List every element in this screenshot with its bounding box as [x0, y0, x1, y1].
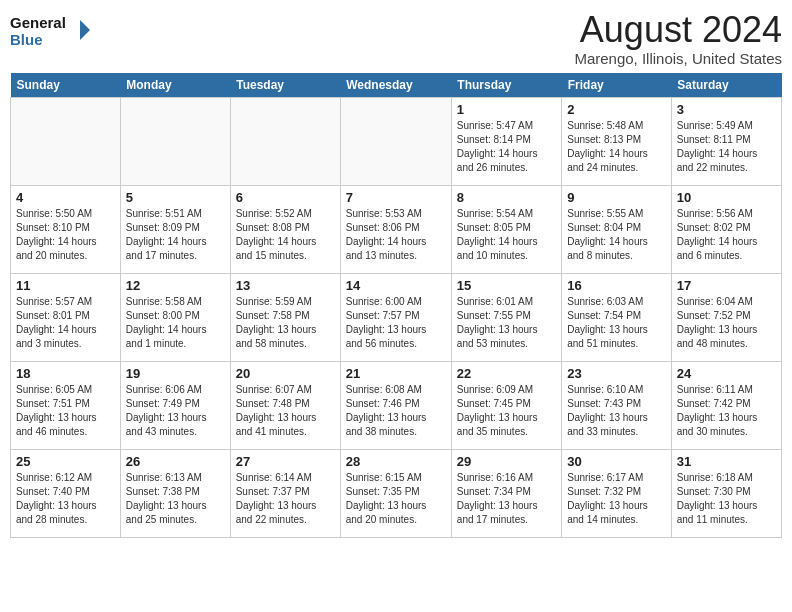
day-number: 14: [346, 278, 446, 293]
day-number: 4: [16, 190, 115, 205]
day-info: Sunrise: 5:56 AMSunset: 8:02 PMDaylight:…: [677, 207, 776, 263]
day-info: Sunrise: 6:05 AMSunset: 7:51 PMDaylight:…: [16, 383, 115, 439]
week-row: 11Sunrise: 5:57 AMSunset: 8:01 PMDayligh…: [11, 273, 782, 361]
day-number: 3: [677, 102, 776, 117]
day-info: Sunrise: 5:50 AMSunset: 8:10 PMDaylight:…: [16, 207, 115, 263]
weekday-header: Tuesday: [230, 73, 340, 98]
week-row: 18Sunrise: 6:05 AMSunset: 7:51 PMDayligh…: [11, 361, 782, 449]
day-number: 1: [457, 102, 556, 117]
calendar-cell: 4Sunrise: 5:50 AMSunset: 8:10 PMDaylight…: [11, 185, 121, 273]
day-info: Sunrise: 6:09 AMSunset: 7:45 PMDaylight:…: [457, 383, 556, 439]
calendar-cell: 3Sunrise: 5:49 AMSunset: 8:11 PMDaylight…: [671, 97, 781, 185]
day-info: Sunrise: 5:49 AMSunset: 8:11 PMDaylight:…: [677, 119, 776, 175]
calendar-cell: [11, 97, 121, 185]
day-info: Sunrise: 6:15 AMSunset: 7:35 PMDaylight:…: [346, 471, 446, 527]
week-row: 4Sunrise: 5:50 AMSunset: 8:10 PMDaylight…: [11, 185, 782, 273]
calendar-cell: 15Sunrise: 6:01 AMSunset: 7:55 PMDayligh…: [451, 273, 561, 361]
calendar-cell: 29Sunrise: 6:16 AMSunset: 7:34 PMDayligh…: [451, 449, 561, 537]
day-info: Sunrise: 6:17 AMSunset: 7:32 PMDaylight:…: [567, 471, 666, 527]
calendar-cell: 30Sunrise: 6:17 AMSunset: 7:32 PMDayligh…: [562, 449, 672, 537]
day-number: 22: [457, 366, 556, 381]
calendar-cell: 21Sunrise: 6:08 AMSunset: 7:46 PMDayligh…: [340, 361, 451, 449]
logo: General Blue: [10, 10, 90, 50]
calendar-cell: 31Sunrise: 6:18 AMSunset: 7:30 PMDayligh…: [671, 449, 781, 537]
day-info: Sunrise: 6:06 AMSunset: 7:49 PMDaylight:…: [126, 383, 225, 439]
weekday-header: Saturday: [671, 73, 781, 98]
day-number: 26: [126, 454, 225, 469]
day-info: Sunrise: 6:16 AMSunset: 7:34 PMDaylight:…: [457, 471, 556, 527]
calendar-cell: 11Sunrise: 5:57 AMSunset: 8:01 PMDayligh…: [11, 273, 121, 361]
logo-svg: General Blue: [10, 10, 90, 50]
day-number: 15: [457, 278, 556, 293]
calendar-cell: 28Sunrise: 6:15 AMSunset: 7:35 PMDayligh…: [340, 449, 451, 537]
day-info: Sunrise: 5:52 AMSunset: 8:08 PMDaylight:…: [236, 207, 335, 263]
calendar-cell: 20Sunrise: 6:07 AMSunset: 7:48 PMDayligh…: [230, 361, 340, 449]
day-number: 18: [16, 366, 115, 381]
calendar-cell: 27Sunrise: 6:14 AMSunset: 7:37 PMDayligh…: [230, 449, 340, 537]
calendar-cell: 7Sunrise: 5:53 AMSunset: 8:06 PMDaylight…: [340, 185, 451, 273]
page-header: General Blue August 2024 Marengo, Illino…: [10, 10, 782, 67]
day-number: 2: [567, 102, 666, 117]
day-info: Sunrise: 5:55 AMSunset: 8:04 PMDaylight:…: [567, 207, 666, 263]
day-number: 10: [677, 190, 776, 205]
svg-text:General: General: [10, 14, 66, 31]
calendar-cell: 19Sunrise: 6:06 AMSunset: 7:49 PMDayligh…: [120, 361, 230, 449]
day-number: 25: [16, 454, 115, 469]
svg-text:Blue: Blue: [10, 31, 43, 48]
calendar-table: SundayMondayTuesdayWednesdayThursdayFrid…: [10, 73, 782, 538]
calendar-cell: 26Sunrise: 6:13 AMSunset: 7:38 PMDayligh…: [120, 449, 230, 537]
location: Marengo, Illinois, United States: [574, 50, 782, 67]
day-number: 5: [126, 190, 225, 205]
weekday-header-row: SundayMondayTuesdayWednesdayThursdayFrid…: [11, 73, 782, 98]
day-info: Sunrise: 6:14 AMSunset: 7:37 PMDaylight:…: [236, 471, 335, 527]
day-number: 19: [126, 366, 225, 381]
day-number: 30: [567, 454, 666, 469]
day-info: Sunrise: 5:59 AMSunset: 7:58 PMDaylight:…: [236, 295, 335, 351]
weekday-header: Wednesday: [340, 73, 451, 98]
calendar-cell: 13Sunrise: 5:59 AMSunset: 7:58 PMDayligh…: [230, 273, 340, 361]
day-info: Sunrise: 6:11 AMSunset: 7:42 PMDaylight:…: [677, 383, 776, 439]
day-number: 29: [457, 454, 556, 469]
weekday-header: Monday: [120, 73, 230, 98]
calendar-cell: 6Sunrise: 5:52 AMSunset: 8:08 PMDaylight…: [230, 185, 340, 273]
day-info: Sunrise: 6:04 AMSunset: 7:52 PMDaylight:…: [677, 295, 776, 351]
calendar-cell: 25Sunrise: 6:12 AMSunset: 7:40 PMDayligh…: [11, 449, 121, 537]
month-title: August 2024: [574, 10, 782, 50]
day-number: 12: [126, 278, 225, 293]
day-info: Sunrise: 6:10 AMSunset: 7:43 PMDaylight:…: [567, 383, 666, 439]
calendar-cell: 5Sunrise: 5:51 AMSunset: 8:09 PMDaylight…: [120, 185, 230, 273]
calendar-cell: [230, 97, 340, 185]
day-info: Sunrise: 5:48 AMSunset: 8:13 PMDaylight:…: [567, 119, 666, 175]
weekday-header: Sunday: [11, 73, 121, 98]
title-area: August 2024 Marengo, Illinois, United St…: [574, 10, 782, 67]
calendar-cell: 22Sunrise: 6:09 AMSunset: 7:45 PMDayligh…: [451, 361, 561, 449]
svg-marker-2: [80, 20, 90, 40]
day-number: 9: [567, 190, 666, 205]
day-info: Sunrise: 5:47 AMSunset: 8:14 PMDaylight:…: [457, 119, 556, 175]
weekday-header: Thursday: [451, 73, 561, 98]
day-info: Sunrise: 6:07 AMSunset: 7:48 PMDaylight:…: [236, 383, 335, 439]
day-info: Sunrise: 6:18 AMSunset: 7:30 PMDaylight:…: [677, 471, 776, 527]
calendar-cell: 10Sunrise: 5:56 AMSunset: 8:02 PMDayligh…: [671, 185, 781, 273]
day-info: Sunrise: 6:03 AMSunset: 7:54 PMDaylight:…: [567, 295, 666, 351]
calendar-cell: [120, 97, 230, 185]
day-number: 13: [236, 278, 335, 293]
day-number: 11: [16, 278, 115, 293]
day-number: 31: [677, 454, 776, 469]
day-number: 27: [236, 454, 335, 469]
day-info: Sunrise: 6:01 AMSunset: 7:55 PMDaylight:…: [457, 295, 556, 351]
day-number: 21: [346, 366, 446, 381]
day-number: 7: [346, 190, 446, 205]
calendar-cell: 9Sunrise: 5:55 AMSunset: 8:04 PMDaylight…: [562, 185, 672, 273]
day-number: 8: [457, 190, 556, 205]
calendar-cell: 12Sunrise: 5:58 AMSunset: 8:00 PMDayligh…: [120, 273, 230, 361]
calendar-cell: 17Sunrise: 6:04 AMSunset: 7:52 PMDayligh…: [671, 273, 781, 361]
day-info: Sunrise: 6:08 AMSunset: 7:46 PMDaylight:…: [346, 383, 446, 439]
calendar-cell: 2Sunrise: 5:48 AMSunset: 8:13 PMDaylight…: [562, 97, 672, 185]
day-info: Sunrise: 5:53 AMSunset: 8:06 PMDaylight:…: [346, 207, 446, 263]
day-info: Sunrise: 5:57 AMSunset: 8:01 PMDaylight:…: [16, 295, 115, 351]
week-row: 25Sunrise: 6:12 AMSunset: 7:40 PMDayligh…: [11, 449, 782, 537]
calendar-cell: 16Sunrise: 6:03 AMSunset: 7:54 PMDayligh…: [562, 273, 672, 361]
calendar-cell: 24Sunrise: 6:11 AMSunset: 7:42 PMDayligh…: [671, 361, 781, 449]
calendar-cell: 18Sunrise: 6:05 AMSunset: 7:51 PMDayligh…: [11, 361, 121, 449]
